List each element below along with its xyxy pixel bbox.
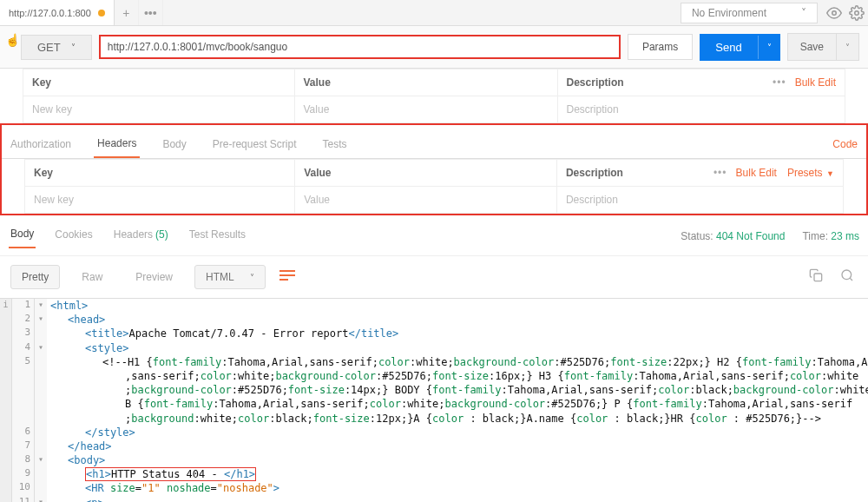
format-label: HTML — [206, 271, 234, 283]
more-icon[interactable]: ••• — [713, 167, 727, 179]
time-line: Time: 23 ms — [802, 230, 859, 242]
gear-icon[interactable] — [845, 2, 868, 24]
value-header: Value — [304, 76, 331, 89]
svg-point-6 — [842, 270, 852, 280]
response-code-viewer: i1▾<html> 2▾<head> 3<title>Apache Tomcat… — [0, 298, 868, 502]
table-row[interactable]: New key Value Description — [23, 96, 845, 123]
desc-input[interactable]: Description — [557, 96, 845, 123]
cursor-icon: ☝ — [5, 33, 19, 47]
request-config-highlight: Authorization Headers Body Pre-request S… — [0, 123, 868, 215]
key-input[interactable]: New key — [23, 96, 295, 123]
http-method-select[interactable]: GET ˅ — [21, 35, 92, 60]
tab-tests[interactable]: Tests — [319, 133, 350, 157]
key-input[interactable]: New key — [25, 187, 295, 214]
url-input[interactable] — [99, 35, 621, 59]
copy-icon[interactable] — [806, 265, 826, 289]
tab-prerequest[interactable]: Pre-request Script — [209, 133, 300, 157]
environment-select[interactable]: No Environment ˅ — [681, 3, 818, 23]
chevron-down-icon[interactable]: ˅ — [758, 36, 780, 59]
format-select[interactable]: HTML ˅ — [194, 265, 266, 289]
bulk-edit-link[interactable]: Bulk Edit — [795, 76, 836, 89]
highlighted-line: <h1>HTTP Status 404 - </h1> — [85, 467, 256, 481]
chevron-down-icon: ˅ — [71, 43, 76, 52]
query-params-section: Key Value Description ••• Bulk Edit New … — [0, 69, 868, 123]
environment-label: No Environment — [692, 7, 766, 19]
tab-more-button[interactable]: ••• — [139, 0, 163, 25]
tab-resp-body[interactable]: Body — [9, 224, 36, 248]
svg-rect-5 — [814, 274, 822, 281]
save-caret-button[interactable]: ˅ — [837, 33, 859, 61]
chevron-down-icon: ˅ — [250, 273, 254, 282]
view-raw[interactable]: Raw — [70, 265, 114, 289]
tab-title: http://127.0.0.1:800 — [9, 8, 91, 18]
send-label: Send — [700, 34, 757, 61]
bulk-edit-link[interactable]: Bulk Edit — [736, 167, 777, 179]
headers-count: (5) — [155, 228, 168, 241]
tab-authorization[interactable]: Authorization — [7, 133, 75, 157]
tab-resp-headers[interactable]: Headers(5) — [112, 225, 170, 248]
eye-icon[interactable] — [823, 2, 845, 24]
unsaved-dot-icon — [98, 10, 105, 17]
desc-header: Description — [567, 76, 773, 89]
svg-line-7 — [850, 278, 852, 281]
params-button[interactable]: Params — [628, 34, 693, 60]
tab-headers[interactable]: Headers — [94, 132, 140, 158]
tab-resp-tests[interactable]: Test Results — [187, 225, 247, 248]
value-input[interactable]: Value — [295, 187, 557, 214]
request-subtabs: Authorization Headers Body Pre-request S… — [2, 125, 866, 159]
wrap-icon[interactable] — [276, 266, 299, 288]
tab-resp-cookies[interactable]: Cookies — [53, 225, 94, 248]
key-header: Key — [32, 76, 51, 89]
key-header: Key — [34, 167, 53, 179]
save-button[interactable]: Save — [787, 33, 837, 61]
top-bar: http://127.0.0.1:800 + ••• No Environmen… — [0, 0, 868, 26]
chevron-down-icon: ˅ — [801, 7, 806, 19]
table-row[interactable]: New key Value Description — [25, 187, 844, 214]
value-input[interactable]: Value — [294, 96, 557, 123]
caret-down-icon: ▼ — [825, 169, 834, 178]
presets-link[interactable]: Presets ▼ — [787, 167, 834, 179]
svg-point-1 — [855, 10, 859, 15]
send-button[interactable]: Send ˅ — [700, 34, 779, 61]
desc-header: Description — [566, 167, 713, 179]
code-link[interactable]: Code — [829, 133, 861, 157]
more-icon[interactable]: ••• — [773, 76, 786, 89]
tab-body[interactable]: Body — [159, 133, 189, 157]
desc-input[interactable]: Description — [556, 187, 843, 214]
search-icon[interactable] — [837, 265, 858, 289]
view-preview[interactable]: Preview — [124, 265, 184, 289]
svg-point-0 — [832, 10, 837, 15]
request-tab[interactable]: http://127.0.0.1:800 — [0, 0, 115, 25]
body-toolbar: Pretty Raw Preview HTML ˅ — [0, 256, 868, 298]
view-pretty[interactable]: Pretty — [10, 265, 60, 289]
http-method-label: GET — [37, 41, 61, 54]
value-header: Value — [304, 167, 331, 179]
request-bar: ☝ GET ˅ Params Send ˅ Save ˅ — [0, 26, 868, 69]
table-header-row: Key Value Description ••• Bulk Edit — [23, 69, 845, 96]
response-tabs: Body Cookies Headers(5) Test Results Sta… — [0, 215, 868, 256]
status-line: Status: 404 Not Found — [681, 230, 785, 242]
new-tab-button[interactable]: + — [115, 0, 139, 25]
table-header-row: Key Value Description ••• Bulk Edit Pres… — [25, 160, 844, 187]
